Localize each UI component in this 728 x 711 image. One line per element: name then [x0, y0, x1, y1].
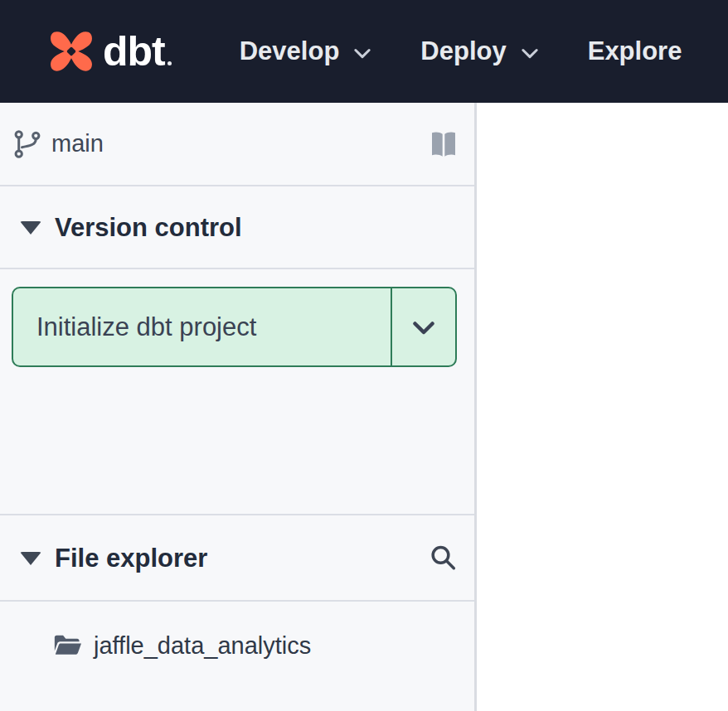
collapse-caret-icon[interactable] [20, 221, 41, 235]
dbt-logo-icon [45, 24, 98, 79]
chevron-down-icon [518, 41, 541, 65]
dbt-logo[interactable]: dbt [45, 24, 172, 79]
nav-item-explore-label: Explore [588, 36, 682, 66]
main-menu: Develop Deploy Explore [240, 36, 682, 66]
dbt-wordmark: dbt [103, 31, 165, 72]
nav-item-deploy[interactable]: Deploy [420, 36, 541, 66]
chevron-down-icon [409, 312, 439, 342]
folder-name: jaffle_data_analytics [94, 632, 311, 660]
version-control-panel: Initialize dbt project [0, 271, 474, 515]
git-branch-selector[interactable]: main [0, 103, 474, 186]
search-icon[interactable] [426, 541, 459, 576]
nav-item-develop-label: Develop [240, 36, 340, 66]
trademark-dot [167, 61, 172, 65]
nav-item-explore[interactable]: Explore [588, 36, 682, 66]
section-header-file-explorer[interactable]: File explorer [0, 517, 474, 602]
initialize-options-dropdown[interactable] [392, 288, 455, 365]
docs-book-icon[interactable] [426, 128, 461, 161]
top-navigation-bar: dbt Develop Deploy Explore [0, 0, 728, 103]
section-label: Version control [55, 213, 242, 243]
editor-empty-area [479, 103, 728, 711]
initialize-dbt-project-label[interactable]: Initialize dbt project [13, 288, 392, 365]
chevron-down-icon [351, 41, 374, 65]
collapse-caret-icon[interactable] [20, 552, 41, 565]
file-tree-item-folder[interactable]: jaffle_data_analytics [0, 622, 474, 670]
nav-item-deploy-label: Deploy [420, 36, 506, 66]
section-label: File explorer [55, 544, 207, 573]
initialize-dbt-project-button[interactable]: Initialize dbt project [12, 287, 457, 367]
nav-item-develop[interactable]: Develop [240, 36, 375, 66]
ide-sidebar: main Version control Initialize dbt proj… [0, 103, 477, 711]
branch-name: main [51, 130, 104, 157]
folder-open-icon [51, 631, 83, 660]
git-branch-icon [12, 128, 43, 160]
section-header-version-control[interactable]: Version control [0, 188, 474, 269]
file-tree: jaffle_data_analytics [0, 603, 474, 711]
